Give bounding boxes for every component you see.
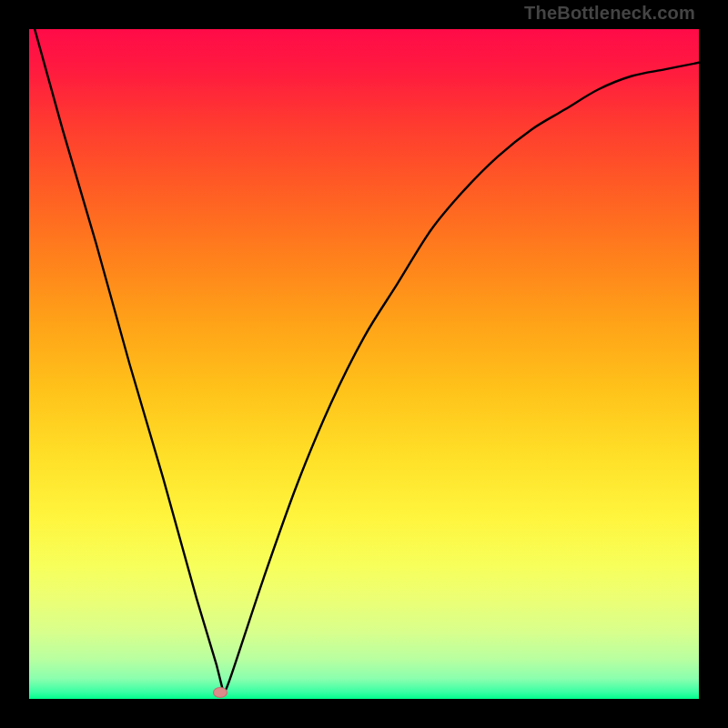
bottleneck-curve bbox=[29, 29, 699, 693]
optimum-marker bbox=[213, 687, 228, 698]
curve-svg bbox=[29, 29, 699, 699]
watermark-text: TheBottleneck.com bbox=[524, 3, 695, 24]
chart-frame: TheBottleneck.com bbox=[0, 0, 728, 728]
plot-area bbox=[29, 29, 699, 699]
